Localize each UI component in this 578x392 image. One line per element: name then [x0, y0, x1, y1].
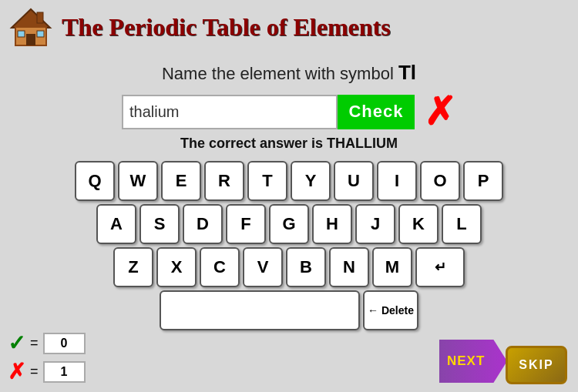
keyboard-row-4: ← Delete — [160, 290, 418, 330]
prompt-text: Name the element with symbol — [162, 64, 394, 83]
correct-equals: = — [30, 335, 39, 351]
key-R[interactable]: R — [204, 161, 244, 201]
key-F[interactable]: F — [226, 204, 266, 244]
element-symbol: Tl — [398, 61, 416, 84]
key-E[interactable]: E — [161, 161, 201, 201]
key-V[interactable]: V — [243, 247, 283, 287]
key-M[interactable]: M — [372, 247, 412, 287]
checkmark-icon: ✓ — [8, 330, 25, 356]
key-D[interactable]: D — [183, 204, 223, 244]
correct-answer-text: The correct answer is THALLIUM — [0, 136, 578, 152]
skip-button[interactable]: SKIP — [506, 346, 567, 384]
bottom-area: ✓ = 0 ✗ = 1 NEXT SKIP — [8, 330, 570, 384]
key-B[interactable]: B — [286, 247, 326, 287]
correct-score-value: 0 — [43, 333, 86, 354]
keyboard-row-1: Q W E R T Y U I O P — [75, 161, 503, 201]
keyboard-row-3: Z X C V B N M ↵ — [113, 247, 465, 287]
key-H[interactable]: H — [312, 204, 352, 244]
svg-rect-1 — [37, 12, 43, 23]
next-button-wrapper: NEXT — [439, 340, 507, 383]
wrong-indicator: ✗ — [424, 92, 456, 131]
svg-rect-3 — [26, 34, 35, 45]
check-button[interactable]: Check — [338, 95, 415, 129]
key-K[interactable]: K — [398, 204, 439, 244]
svg-rect-5 — [37, 31, 44, 37]
key-G[interactable]: G — [269, 204, 309, 244]
wrong-score-value: 1 — [43, 361, 86, 383]
page-title: The Periodic Table of Elements — [62, 13, 391, 42]
key-U[interactable]: U — [334, 161, 374, 201]
key-Y[interactable]: Y — [291, 161, 331, 201]
virtual-keyboard: Q W E R T Y U I O P A S D F G H J K L Z … — [0, 161, 578, 330]
key-S[interactable]: S — [139, 204, 180, 244]
next-label: NEXT — [447, 353, 485, 369]
key-X[interactable]: X — [156, 247, 197, 287]
key-J[interactable]: J — [355, 204, 395, 244]
wrong-icon: ✗ — [8, 359, 25, 384]
answer-input[interactable] — [122, 95, 338, 129]
scores-panel: ✓ = 0 ✗ = 1 — [8, 330, 86, 384]
svg-rect-4 — [18, 31, 25, 37]
key-A[interactable]: A — [96, 204, 136, 244]
key-C[interactable]: C — [200, 247, 240, 287]
backspace-key[interactable]: ↵ — [415, 247, 465, 287]
key-T[interactable]: T — [247, 161, 287, 201]
key-N[interactable]: N — [329, 247, 369, 287]
wrong-score-row: ✗ = 1 — [8, 359, 86, 384]
wrong-equals: = — [30, 364, 39, 380]
header: The Periodic Table of Elements — [0, 0, 578, 55]
key-W[interactable]: W — [118, 161, 158, 201]
key-P[interactable]: P — [463, 161, 503, 201]
keyboard-row-2: A S D F G H J K L — [96, 204, 482, 244]
space-key[interactable] — [160, 290, 360, 330]
key-I[interactable]: I — [377, 161, 417, 201]
home-icon[interactable] — [8, 6, 54, 49]
answer-row: Check ✗ — [0, 92, 578, 131]
key-Q[interactable]: Q — [75, 161, 115, 201]
key-O[interactable]: O — [420, 161, 460, 201]
delete-key[interactable]: ← Delete — [363, 290, 418, 330]
svg-marker-0 — [12, 9, 50, 28]
correct-score-row: ✓ = 0 — [8, 330, 86, 356]
key-L[interactable]: L — [442, 204, 482, 244]
next-button[interactable]: NEXT — [439, 340, 507, 383]
element-prompt: Name the element with symbol Tl — [0, 61, 578, 85]
key-Z[interactable]: Z — [113, 247, 153, 287]
